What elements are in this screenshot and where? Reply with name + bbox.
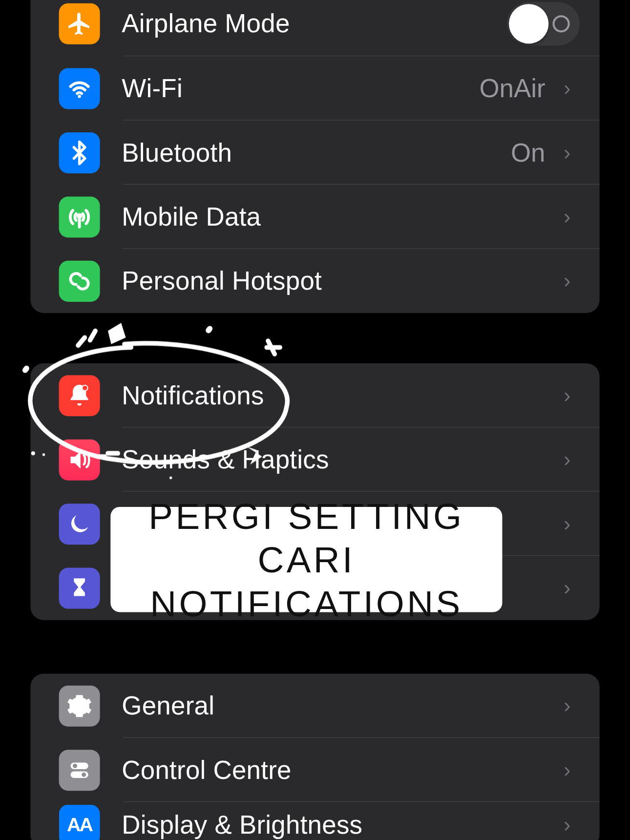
toggle-off-indicator (552, 15, 569, 32)
row-label: Mobile Data (122, 202, 261, 231)
row-personal-hotspot[interactable]: Personal Hotspot › (30, 249, 599, 313)
svg-point-4 (83, 385, 87, 390)
chevron-right-icon: › (554, 447, 599, 472)
text-size-icon: AA (59, 804, 100, 840)
hotspot-icon (59, 260, 100, 301)
chevron-right-icon: › (554, 576, 599, 600)
chevron-right-icon: › (554, 757, 599, 782)
svg-point-6 (73, 763, 77, 768)
settings-group-general: General › Control Centre › AA Display & … (30, 673, 599, 840)
svg-point-2 (78, 214, 81, 217)
row-label: Airplane Mode (122, 9, 290, 38)
moon-icon (59, 503, 100, 544)
svg-point-8 (82, 772, 86, 777)
toggle-knob (509, 3, 548, 43)
speaker-icon (59, 439, 100, 480)
wifi-value: OnAir (479, 74, 554, 103)
svg-point-0 (78, 95, 81, 98)
row-label: Bluetooth (122, 138, 232, 168)
row-label: Control Centre (122, 756, 291, 785)
row-label: Personal Hotspot (122, 266, 322, 295)
airplane-toggle[interactable] (507, 1, 580, 45)
antenna-icon (59, 196, 100, 237)
chevron-right-icon: › (554, 693, 599, 718)
row-mobile-data[interactable]: Mobile Data › (30, 185, 599, 249)
gear-icon (59, 685, 100, 726)
bluetooth-icon (59, 132, 100, 173)
switches-icon (59, 750, 100, 791)
chevron-right-icon: › (554, 140, 599, 165)
bluetooth-value: On (511, 138, 554, 168)
row-notifications[interactable]: Notifications › (30, 363, 599, 427)
annotation-caption: PERGI SETTING CARI NOTIFICATIONS (110, 507, 502, 612)
settings-group-connectivity: Airplane Mode Wi-Fi OnAir › Bluetooth On… (30, 0, 599, 313)
chevron-right-icon: › (554, 511, 599, 536)
row-label: Wi-Fi (122, 74, 183, 103)
row-control-centre[interactable]: Control Centre › (30, 738, 599, 802)
row-wifi[interactable]: Wi-Fi OnAir › (30, 56, 599, 120)
row-label: General (122, 691, 214, 720)
chevron-right-icon: › (554, 383, 599, 408)
row-airplane-mode[interactable]: Airplane Mode (30, 0, 599, 56)
row-sounds-haptics[interactable]: Sounds & Haptics › (30, 427, 599, 491)
row-label: Sounds & Haptics (122, 445, 329, 474)
row-display-brightness[interactable]: AA Display & Brightness › (30, 802, 599, 840)
wifi-icon (59, 68, 100, 109)
row-label: Display & Brightness (122, 810, 362, 840)
bell-icon (59, 375, 100, 416)
row-label: Notifications (122, 381, 264, 410)
chevron-right-icon: › (554, 813, 599, 837)
row-general[interactable]: General › (30, 673, 599, 737)
chevron-right-icon: › (554, 76, 599, 101)
hourglass-icon (59, 567, 100, 609)
row-bluetooth[interactable]: Bluetooth On › (30, 121, 599, 185)
chevron-right-icon: › (554, 205, 599, 229)
airplane-icon (59, 3, 100, 44)
annotation-caption-text: PERGI SETTING CARI NOTIFICATIONS (119, 494, 495, 625)
chevron-right-icon: › (554, 269, 599, 293)
